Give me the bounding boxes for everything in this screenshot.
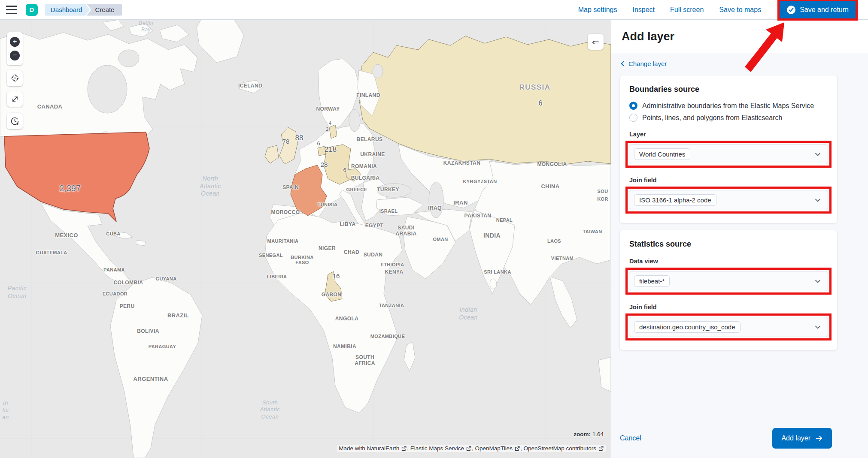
- top-bar: D Dashboard Create Map settings Inspect …: [0, 0, 868, 20]
- chevron-left-icon: [620, 61, 625, 66]
- map-attribution[interactable]: Made with NaturalEarth, Elastic Maps Ser…: [337, 445, 606, 452]
- top-nav: Map settings Inspect Full screen Save to…: [578, 0, 864, 21]
- data-view-select[interactable]: filebeat-*: [629, 271, 828, 291]
- annotation-box-stats-join-field: destination.geo.country_iso_code: [625, 313, 832, 340]
- chevron-down-icon: [814, 277, 822, 285]
- add-layer-panel: Add layer Change layer Boundaries source…: [611, 20, 868, 458]
- add-layer-button[interactable]: Add layer: [772, 428, 832, 449]
- expand-diagonal-icon: [10, 94, 20, 104]
- external-link-icon: [515, 446, 520, 451]
- external-link-icon: [598, 446, 604, 451]
- space-avatar[interactable]: D: [26, 4, 38, 16]
- stats-join-field-label: Join field: [629, 304, 828, 310]
- annotation-box-layer: World Countries: [625, 141, 832, 168]
- layer-label: Layer: [629, 131, 828, 138]
- statistics-source-card: Statistics source Data view filebeat-* J…: [620, 230, 837, 350]
- zoom-in-button[interactable]: +: [10, 37, 20, 47]
- join-field-label: Join field: [629, 177, 828, 184]
- zoom-indicator: zoom: 1.64: [574, 431, 604, 437]
- check-circle-icon: [786, 5, 796, 15]
- stats-join-field-select[interactable]: destination.geo.country_iso_code: [629, 317, 828, 337]
- kibana-maps-app: D Dashboard Create Map settings Inspect …: [0, 0, 868, 458]
- zoom-control: + −: [7, 32, 23, 65]
- external-link-icon: [466, 446, 471, 451]
- set-view-button[interactable]: [7, 70, 23, 86]
- layer-value: World Countries: [634, 148, 690, 160]
- save-to-maps-link[interactable]: Save to maps: [719, 6, 761, 14]
- chevron-down-icon: [814, 323, 822, 331]
- world-map: [0, 20, 611, 458]
- breadcrumb-create: Create: [86, 4, 122, 16]
- data-view-value: filebeat-*: [634, 275, 670, 287]
- annotation-box-join-field: ISO 3166-1 alpha-2 code: [625, 187, 832, 214]
- panel-header: Add layer: [611, 20, 868, 53]
- breadcrumb-dashboard[interactable]: Dashboard: [45, 4, 90, 16]
- panel-body: Change layer Boundaries source Administr…: [611, 53, 868, 422]
- cancel-button[interactable]: Cancel: [620, 434, 641, 442]
- chevron-down-icon: [814, 151, 822, 158]
- annotation-box-save: Save and return: [777, 0, 858, 21]
- attribution-text[interactable]: OpenMapTiles: [475, 445, 513, 452]
- collapse-layer-panel-button[interactable]: ⇐: [588, 34, 604, 50]
- page-title: Add layer: [622, 30, 858, 43]
- radio-elasticsearch-shapes[interactable]: Points, lines, and polygons from Elastic…: [629, 114, 828, 122]
- layer-select[interactable]: World Countries: [629, 144, 828, 164]
- change-layer-link[interactable]: Change layer: [620, 60, 667, 67]
- map-settings-link[interactable]: Map settings: [578, 6, 617, 14]
- attribution-text[interactable]: Made with NaturalEarth: [339, 445, 399, 452]
- timeslider-button[interactable]: [7, 113, 23, 129]
- boundaries-source-card: Boundaries source Administrative boundar…: [620, 75, 837, 223]
- external-link-icon: [401, 446, 407, 451]
- arrow-right-icon: [815, 434, 823, 442]
- menu-icon[interactable]: [6, 6, 17, 14]
- stats-join-field-value: destination.geo.country_iso_code: [634, 321, 741, 333]
- radio-ems-boundaries[interactable]: Administrative boundaries from the Elast…: [629, 102, 828, 110]
- data-view-label: Data view: [629, 258, 828, 265]
- zoom-out-button[interactable]: −: [10, 51, 20, 60]
- join-field-value: ISO 3166-1 alpha-2 code: [634, 194, 716, 206]
- clock-play-icon: [10, 116, 20, 126]
- join-field-select[interactable]: ISO 3166-1 alpha-2 code: [629, 190, 828, 210]
- radio-selected-icon[interactable]: [629, 102, 637, 110]
- boundaries-source-heading: Boundaries source: [629, 85, 828, 94]
- save-and-return-button[interactable]: Save and return: [780, 1, 856, 18]
- annotation-box-data-view: filebeat-*: [625, 268, 832, 295]
- statistics-source-heading: Statistics source: [629, 240, 828, 249]
- attribution-text[interactable]: OpenStreetMap contributors: [523, 445, 596, 452]
- map-canvas[interactable]: CANADAICELANDNORWAYFINLANDRUSSIABELARUSU…: [0, 20, 611, 458]
- inspect-link[interactable]: Inspect: [632, 6, 655, 14]
- full-screen-link[interactable]: Full screen: [670, 6, 704, 14]
- attribution-text[interactable]: Elastic Maps Service: [410, 445, 464, 452]
- panel-footer: Cancel Add layer: [611, 422, 868, 458]
- chevron-down-icon: [814, 196, 822, 204]
- fit-to-data-button[interactable]: [7, 91, 23, 107]
- radio-unselected-icon[interactable]: [629, 114, 637, 122]
- breadcrumb: Dashboard Create: [45, 4, 122, 16]
- crosshair-icon: [10, 73, 20, 83]
